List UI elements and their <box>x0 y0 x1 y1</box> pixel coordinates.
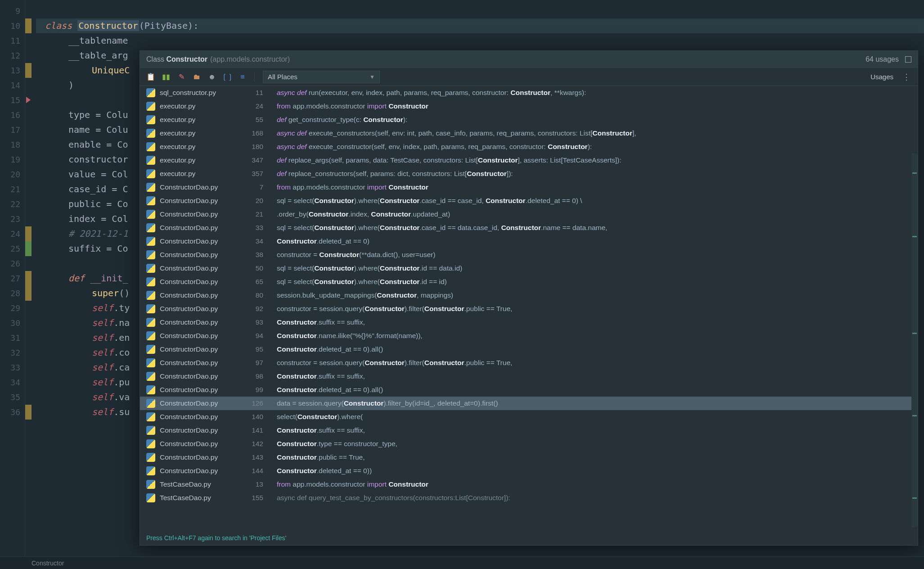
pencil-icon[interactable]: ✎ <box>174 71 189 83</box>
usage-result-row[interactable]: ConstructorDao.py141Constructor.suffix =… <box>140 424 918 437</box>
result-file-name: ConstructorDao.py <box>160 251 250 259</box>
popup-title-prefix: Class <box>146 55 164 63</box>
gutter-change-marker <box>25 286 32 301</box>
result-code-snippet: Constructor.deleted_at == 0) <box>277 237 918 245</box>
lines-icon[interactable]: ≡ <box>235 71 250 83</box>
usage-result-row[interactable]: ConstructorDao.py144Constructor.deleted_… <box>140 464 918 478</box>
usage-result-row[interactable]: ConstructorDao.py33sql = select(Construc… <box>140 221 918 235</box>
result-line-number: 141 <box>250 426 277 434</box>
popup-header: Class Constructor (app.models.constructo… <box>140 51 918 68</box>
gutter-line-number: 17 <box>0 122 20 137</box>
result-code-snippet: .order_by(Constructor.index, Constructor… <box>277 210 918 218</box>
usage-result-row[interactable]: executor.py357def replace_constructors(s… <box>140 167 918 181</box>
result-code-snippet: sql = select(Constructor).where(Construc… <box>277 278 918 286</box>
result-line-number: 99 <box>250 386 277 394</box>
python-file-icon <box>146 345 155 354</box>
usage-result-row[interactable]: ConstructorDao.py20sql = select(Construc… <box>140 194 918 208</box>
usage-result-row[interactable]: ConstructorDao.py95Constructor.deleted_a… <box>140 343 918 356</box>
python-file-icon <box>146 399 155 408</box>
usage-result-row[interactable]: ConstructorDao.py97constructor = session… <box>140 356 918 370</box>
usage-result-row[interactable]: ConstructorDao.py140select(Constructor).… <box>140 410 918 424</box>
result-line-number: 92 <box>250 305 277 313</box>
usage-result-row[interactable]: executor.py180async def execute_construc… <box>140 140 918 154</box>
python-file-icon <box>146 466 155 475</box>
results-scrollbar-stripe[interactable] <box>911 154 918 527</box>
result-code-snippet: session.bulk_update_mappings(Constructor… <box>277 291 918 299</box>
gutter-line-number: 22 <box>0 197 20 212</box>
clipboard-icon[interactable]: 📋 <box>144 71 158 83</box>
usage-result-row[interactable]: sql_constructor.py11async def run(execut… <box>140 86 918 99</box>
search-hint: Press Ctrl+Alt+F7 again to search in 'Pr… <box>146 534 286 542</box>
result-file-name: executor.py <box>160 129 250 137</box>
folder-icon[interactable]: 🖿 <box>189 71 204 83</box>
usages-results-list[interactable]: sql_constructor.py11async def run(execut… <box>140 86 918 545</box>
code-line[interactable]: __tablename <box>36 33 924 48</box>
gutter-line-number: 28 <box>0 286 20 301</box>
usage-result-row[interactable]: ConstructorDao.py98Constructor.suffix ==… <box>140 370 918 383</box>
usage-result-row[interactable]: ConstructorDao.py142Constructor.type == … <box>140 437 918 451</box>
gutter-line-number: 25 <box>0 241 20 256</box>
result-file-name: executor.py <box>160 102 250 110</box>
result-file-name: ConstructorDao.py <box>160 413 250 421</box>
python-file-icon <box>146 385 155 394</box>
robot-icon[interactable]: ☻ <box>205 71 219 83</box>
usage-result-row[interactable]: ConstructorDao.py143Constructor.public =… <box>140 451 918 464</box>
maximize-icon[interactable] <box>905 56 911 63</box>
result-code-snippet: constructor = session.query(Constructor)… <box>277 305 918 313</box>
result-file-name: ConstructorDao.py <box>160 318 250 326</box>
usage-result-row[interactable]: TestCaseDao.py13from app.models.construc… <box>140 478 918 491</box>
result-code-snippet: from app.models.constructor import Const… <box>277 183 918 191</box>
usage-result-row[interactable]: TestCaseDao.py155async def query_test_ca… <box>140 491 918 505</box>
usage-result-row[interactable]: ConstructorDao.py7from app.models.constr… <box>140 181 918 194</box>
python-file-icon <box>146 331 155 340</box>
python-file-icon <box>146 237 155 246</box>
result-code-snippet: select(Constructor).where( <box>277 413 918 421</box>
brackets-icon[interactable]: ❲❳ <box>220 71 234 83</box>
result-code-snippet: constructor = Constructor(**data.dict(),… <box>277 251 918 259</box>
book-icon[interactable]: ▮▮ <box>159 71 173 83</box>
result-code-snippet: from app.models.constructor import Const… <box>277 480 918 488</box>
result-file-name: ConstructorDao.py <box>160 237 250 245</box>
usage-result-row[interactable]: ConstructorDao.py99Constructor.deleted_a… <box>140 383 918 397</box>
python-file-icon <box>146 426 155 435</box>
usage-result-row[interactable]: ConstructorDao.py21.order_by(Constructor… <box>140 208 918 221</box>
result-file-name: ConstructorDao.py <box>160 210 250 218</box>
breakpoint-icon[interactable] <box>26 97 31 103</box>
usage-result-row[interactable]: executor.py347def replace_args(self, par… <box>140 154 918 167</box>
result-file-name: ConstructorDao.py <box>160 440 250 448</box>
usages-tab-label[interactable]: Usages <box>870 73 893 81</box>
result-line-number: 34 <box>250 237 277 245</box>
usage-result-row[interactable]: ConstructorDao.py65sql = select(Construc… <box>140 275 918 289</box>
gutter-line-number: 32 <box>0 345 20 360</box>
result-file-name: ConstructorDao.py <box>160 359 250 367</box>
gutter-line-number: 12 <box>0 48 20 63</box>
result-line-number: 95 <box>250 345 277 353</box>
result-file-name: ConstructorDao.py <box>160 197 250 205</box>
usage-result-row[interactable]: ConstructorDao.py34Constructor.deleted_a… <box>140 235 918 248</box>
usage-result-row[interactable]: ConstructorDao.py94Constructor.name.ilik… <box>140 329 918 343</box>
result-line-number: 126 <box>250 399 277 407</box>
code-line[interactable] <box>36 4 924 18</box>
usage-result-row[interactable]: executor.py55def get_constructor_type(c:… <box>140 113 918 126</box>
editor-gutter: 9101112131415161718192021222324252627282… <box>0 0 25 569</box>
result-code-snippet: Constructor.public == True, <box>277 453 918 461</box>
python-file-icon <box>146 210 155 219</box>
usage-result-row[interactable]: ConstructorDao.py92constructor = session… <box>140 302 918 316</box>
usage-result-row[interactable]: ConstructorDao.py38constructor = Constru… <box>140 248 918 262</box>
gutter-line-number: 11 <box>0 33 20 48</box>
python-file-icon <box>146 264 155 273</box>
usage-result-row[interactable]: executor.py168async def execute_construc… <box>140 126 918 140</box>
result-code-snippet: async def run(executor, env, index, path… <box>277 89 918 97</box>
scope-combo[interactable]: All Places ▼ <box>263 71 380 83</box>
result-file-name: ConstructorDao.py <box>160 278 250 286</box>
usage-result-row[interactable]: ConstructorDao.py126data = session.query… <box>140 397 918 410</box>
code-line[interactable]: class Constructor(PityBase): <box>36 18 924 33</box>
result-line-number: 142 <box>250 440 277 448</box>
usage-result-row[interactable]: ConstructorDao.py80session.bulk_update_m… <box>140 289 918 302</box>
python-file-icon <box>146 169 155 178</box>
breadcrumb[interactable]: Constructor <box>32 560 64 567</box>
usage-result-row[interactable]: executor.py24from app.models.constructor… <box>140 99 918 113</box>
usage-result-row[interactable]: ConstructorDao.py50sql = select(Construc… <box>140 262 918 275</box>
more-icon[interactable]: ⋮ <box>900 72 914 82</box>
usage-result-row[interactable]: ConstructorDao.py93Constructor.suffix ==… <box>140 316 918 329</box>
